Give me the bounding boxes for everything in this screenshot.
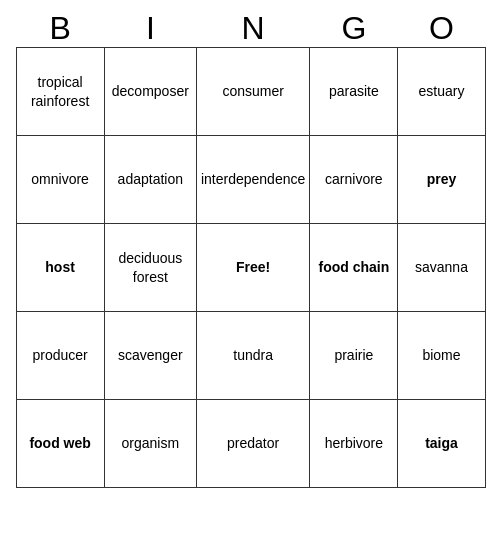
grid-cell-r2-c0: host — [16, 224, 104, 312]
grid-cell-r3-c3: prairie — [310, 312, 398, 400]
grid-cell-r3-c2: tundra — [196, 312, 309, 400]
grid-cell-r4-c3: herbivore — [310, 400, 398, 488]
bingo-letter-n: N — [196, 10, 309, 48]
grid-cell-r0-c1: decomposer — [104, 48, 196, 136]
grid-cell-r2-c3: food chain — [310, 224, 398, 312]
grid-cell-r1-c2: interdependence — [196, 136, 309, 224]
grid-cell-r3-c4: biome — [398, 312, 485, 400]
grid-cell-r4-c0: food web — [16, 400, 104, 488]
bingo-letter-i: I — [104, 10, 196, 48]
bingo-header — [16, 0, 486, 10]
grid-cell-r1-c0: omnivore — [16, 136, 104, 224]
bingo-letter-g: G — [310, 10, 398, 48]
grid-cell-r4-c2: predator — [196, 400, 309, 488]
grid-cell-r1-c4: prey — [398, 136, 485, 224]
grid-cell-r2-c2: Free! — [196, 224, 309, 312]
grid-cell-r1-c1: adaptation — [104, 136, 196, 224]
bingo-letter-b: B — [16, 10, 104, 48]
grid-cell-r2-c4: savanna — [398, 224, 485, 312]
grid-cell-r0-c0: tropical rainforest — [16, 48, 104, 136]
bingo-letter-o: O — [398, 10, 485, 48]
grid-cell-r0-c2: consumer — [196, 48, 309, 136]
grid-cell-r2-c1: deciduous forest — [104, 224, 196, 312]
grid-cell-r4-c4: taiga — [398, 400, 485, 488]
grid-cell-r0-c3: parasite — [310, 48, 398, 136]
grid-cell-r0-c4: estuary — [398, 48, 485, 136]
grid-cell-r1-c3: carnivore — [310, 136, 398, 224]
bingo-grid: BINGO tropical rainforestdecomposerconsu… — [16, 10, 486, 488]
grid-cell-r3-c1: scavenger — [104, 312, 196, 400]
grid-cell-r4-c1: organism — [104, 400, 196, 488]
grid-cell-r3-c0: producer — [16, 312, 104, 400]
